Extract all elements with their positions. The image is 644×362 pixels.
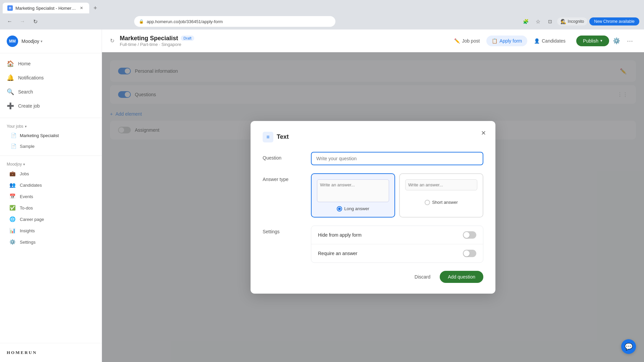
hide-from-form-label: Hide from apply form <box>318 232 362 238</box>
tab-apply-form[interactable]: 📋 Apply form <box>486 36 527 46</box>
short-answer-option[interactable]: Short answer <box>399 173 483 218</box>
app-layout: MM Moodjoy ▾ 🏠 Home 🔔 Notifications 🔍 Se… <box>0 29 644 362</box>
radio-selected-icon <box>337 206 342 212</box>
sync-button[interactable]: ↻ <box>110 38 114 44</box>
sidebar: MM Moodjoy ▾ 🏠 Home 🔔 Notifications 🔍 Se… <box>0 29 102 362</box>
modal-header: ≡ Text <box>263 132 483 142</box>
main-content: ↻ Marketing Specialist Draft Full-time /… <box>102 29 644 362</box>
tab-title: Marketing Specialist - Homerun <box>15 6 76 11</box>
hide-from-form-row: Hide from apply form <box>311 226 483 244</box>
browser-chrome: H Marketing Specialist - Homerun ✕ + ← →… <box>0 0 644 29</box>
bookmark-icon[interactable]: ☆ <box>533 16 543 26</box>
plus-icon: ➕ <box>7 102 14 110</box>
chevron-down-icon: ▾ <box>25 124 27 129</box>
sidebar-footer: HOMERUN <box>0 343 102 362</box>
modal: ≡ Text ✕ Question Answer type <box>251 121 495 294</box>
globe-icon: 🌐 <box>9 216 16 222</box>
chat-bubble[interactable]: 💬 <box>621 339 636 354</box>
settings-row: Settings Hide from apply form <box>263 226 483 263</box>
answer-type-label: Answer type <box>263 173 303 182</box>
question-row: Question <box>263 152 483 165</box>
settings-label: Settings <box>263 226 303 234</box>
sidebar-job-marketing[interactable]: 📄 Marketing Specialist <box>0 130 102 141</box>
header-subtitle: Full-time / Part-time · Singapore <box>120 42 194 47</box>
require-answer-toggle[interactable] <box>463 250 476 257</box>
sidebar-item-candidates[interactable]: 👥 Candidates <box>0 179 102 191</box>
sidebar-item-settings[interactable]: ⚙️ Settings <box>0 236 102 248</box>
settings-button[interactable]: ⚙️ <box>610 35 623 47</box>
require-answer-row: Require an answer <box>311 244 483 262</box>
briefcase-icon: 💼 <box>9 171 16 177</box>
draft-badge: Draft <box>181 36 194 41</box>
header-title-area: Marketing Specialist Draft Full-time / P… <box>120 35 194 47</box>
sidebar-item-jobs[interactable]: 💼 Jobs <box>0 168 102 179</box>
sidebar-item-search[interactable]: 🔍 Search <box>0 85 102 99</box>
hide-from-form-toggle[interactable] <box>463 231 476 239</box>
close-modal-button[interactable]: ✕ <box>478 128 489 138</box>
app-header: ↻ Marketing Specialist Draft Full-time /… <box>102 29 644 52</box>
moodjoy-nav: Moodjoy ▾ 💼 Jobs 👥 Candidates 📅 Events ✅… <box>0 157 102 250</box>
search-icon: 🔍 <box>7 88 14 96</box>
tab-candidates[interactable]: 👤 Candidates <box>529 36 571 46</box>
your-jobs-section: Your jobs ▾ 📄 Marketing Specialist 📄 Sam… <box>0 119 102 154</box>
tab-job-post[interactable]: ✏️ Job post <box>449 36 485 46</box>
short-answer-radio-label: Short answer <box>425 200 458 205</box>
your-jobs-label: Your jobs ▾ <box>0 122 102 130</box>
long-answer-option[interactable]: Long answer <box>311 173 395 218</box>
more-options-button[interactable]: ⋯ <box>624 35 636 47</box>
sidebar-item-create-job[interactable]: ➕ Create job <box>0 99 102 113</box>
modal-title-icon: ≡ <box>263 132 273 142</box>
sidebar-item-todos[interactable]: ✅ To-dos <box>0 202 102 214</box>
close-tab-icon[interactable]: ✕ <box>78 5 85 11</box>
pencil-icon: ✏️ <box>454 38 460 44</box>
new-tab-button[interactable]: + <box>91 3 100 13</box>
settings-box: Hide from apply form Require an answer <box>311 226 483 263</box>
homerun-logo: HOMERUN <box>7 350 95 355</box>
sidebar-item-notifications[interactable]: 🔔 Notifications <box>0 71 102 85</box>
require-answer-label: Require an answer <box>318 251 358 256</box>
tab-bar: H Marketing Specialist - Homerun ✕ + <box>0 0 644 13</box>
bell-icon: 🔔 <box>7 74 14 81</box>
browser-tab-active[interactable]: H Marketing Specialist - Homerun ✕ <box>3 3 89 13</box>
header-nav: ✏️ Job post 📋 Apply form 👤 Candidates Pu… <box>449 35 636 47</box>
sidebar-item-career-page[interactable]: 🌐 Career page <box>0 214 102 225</box>
tab-options-icon[interactable]: ⊡ <box>545 16 555 26</box>
back-button[interactable]: ← <box>5 16 15 26</box>
candidates-icon: 👥 <box>9 182 16 188</box>
calendar-icon: 📅 <box>9 193 16 199</box>
discard-button[interactable]: Discard <box>409 271 436 283</box>
chevron-down-icon: ▾ <box>41 39 43 44</box>
answer-type-row: Answer type Lon <box>263 173 483 218</box>
chat-icon: 💬 <box>625 343 633 351</box>
sidebar-job-sample[interactable]: 📄 Sample <box>0 141 102 152</box>
url-text: app.homerun.co/job/336451/apply-form <box>147 19 223 24</box>
job-title: Marketing Specialist Draft <box>120 35 194 42</box>
answer-options: Long answer Short answer <box>311 173 483 218</box>
long-answer-radio-label: Long answer <box>337 206 369 212</box>
avatar: MM <box>7 36 18 47</box>
sidebar-item-home[interactable]: 🏠 Home <box>0 57 102 71</box>
address-bar[interactable]: 🔒 app.homerun.co/job/336451/apply-form <box>134 16 335 27</box>
long-answer-preview <box>317 179 389 202</box>
publish-button[interactable]: Publish ▾ <box>576 36 609 46</box>
question-label: Question <box>263 152 303 161</box>
forward-button[interactable]: → <box>17 16 28 26</box>
home-icon: 🏠 <box>7 60 14 67</box>
modal-footer: Discard Add question <box>263 271 483 283</box>
add-question-button[interactable]: Add question <box>440 271 483 283</box>
toggle-knob <box>464 250 470 256</box>
gear-icon: ⚙️ <box>9 239 16 245</box>
sidebar-item-events[interactable]: 📅 Events <box>0 191 102 202</box>
extensions-icon[interactable]: 🧩 <box>521 16 531 26</box>
lock-icon: 🔒 <box>139 19 144 24</box>
browser-toolbar: ← → ↻ 🔒 app.homerun.co/job/336451/apply-… <box>0 13 644 29</box>
company-name[interactable]: Moodjoy ▾ <box>21 39 43 44</box>
modal-overlay[interactable]: ≡ Text ✕ Question Answer type <box>102 52 644 362</box>
chrome-update-button[interactable]: New Chrome available <box>589 17 639 25</box>
reload-button[interactable]: ↻ <box>30 16 40 26</box>
chevron-down-icon: ▾ <box>600 39 602 43</box>
toggle-knob <box>464 232 470 238</box>
sidebar-item-insights[interactable]: 📊 Insights <box>0 225 102 236</box>
question-input[interactable] <box>311 152 483 165</box>
page-body: Personal information ✏️ Questions ⋮⋮ +Ad… <box>102 52 644 362</box>
